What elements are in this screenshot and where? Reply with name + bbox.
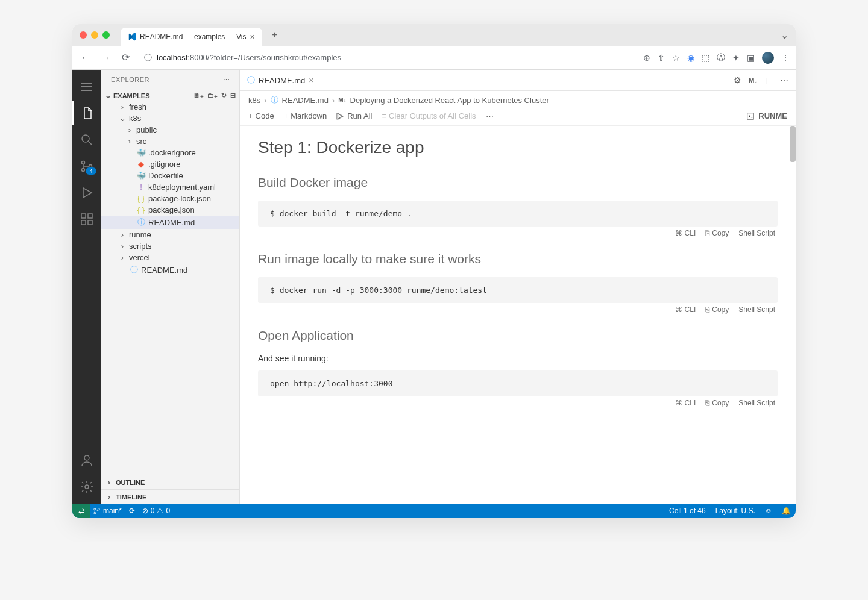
- minimize-window-button[interactable]: [91, 31, 98, 39]
- remote-indicator[interactable]: ⇄: [72, 504, 90, 518]
- folder-section-header[interactable]: ⌄ EXAMPLES 🗎₊ 🗀₊ ↻ ⊟: [101, 90, 239, 101]
- tabs-chevron-icon[interactable]: ⌄: [781, 30, 788, 41]
- breadcrumbs[interactable]: k8s › ⓘ README.md › M↓ Deploying a Docke…: [240, 91, 796, 109]
- file-item[interactable]: ⓘREADME.md: [101, 263, 239, 277]
- tree-item-label: scripts: [129, 242, 152, 251]
- new-tab-button[interactable]: +: [267, 30, 282, 40]
- svg-rect-4: [81, 214, 86, 218]
- bookmark-icon[interactable]: ☆: [672, 53, 680, 63]
- maximize-window-button[interactable]: [102, 31, 110, 39]
- cli-button[interactable]: ⌘ CLI: [675, 229, 696, 237]
- split-editor-icon[interactable]: ◫: [765, 75, 773, 85]
- toolbar-more-icon[interactable]: ⋯: [486, 111, 494, 120]
- code-cell[interactable]: $ docker build -t runme/demo .: [258, 201, 778, 227]
- folder-item[interactable]: ›scripts: [101, 240, 239, 252]
- language-label[interactable]: Shell Script: [738, 305, 775, 314]
- clear-outputs-button[interactable]: ≡ Clear Outputs of All Cells: [382, 111, 476, 120]
- folder-item[interactable]: ⌄k8s: [101, 113, 239, 124]
- run-all-button[interactable]: Run All: [336, 111, 372, 120]
- file-item[interactable]: ⓘREADME.md: [101, 216, 239, 229]
- extension-icon-1[interactable]: ◉: [687, 53, 694, 63]
- git-branch[interactable]: main*: [93, 507, 122, 515]
- language-label[interactable]: Shell Script: [738, 399, 775, 407]
- browser-tab[interactable]: README.md — examples — Vis ×: [121, 28, 262, 46]
- localhost-link[interactable]: http://localhost:3000: [294, 379, 392, 388]
- account-icon[interactable]: [72, 448, 101, 472]
- add-code-button[interactable]: + Code: [248, 111, 274, 120]
- runme-button[interactable]: RUNME: [746, 111, 787, 120]
- close-tab-icon[interactable]: ×: [250, 32, 255, 42]
- copy-button[interactable]: ⎘ Copy: [705, 305, 729, 314]
- add-markdown-button[interactable]: + Markdown: [284, 111, 327, 120]
- search-icon[interactable]: [72, 128, 101, 152]
- language-label[interactable]: Shell Script: [738, 229, 775, 237]
- new-file-icon[interactable]: 🗎₊: [193, 92, 204, 99]
- breadcrumb-part[interactable]: README.md: [282, 96, 329, 105]
- folder-item[interactable]: ›src: [101, 136, 239, 147]
- extensions-menu-icon[interactable]: ✦: [732, 53, 740, 63]
- collapse-all-icon[interactable]: ⊟: [230, 92, 236, 99]
- extension-icon-3[interactable]: Ⓐ: [717, 52, 725, 63]
- forward-button[interactable]: →: [99, 50, 113, 66]
- copy-button[interactable]: ⎘ Copy: [705, 399, 729, 407]
- folder-item[interactable]: ›vercel: [101, 252, 239, 263]
- markdown-badge[interactable]: M↓: [749, 77, 758, 84]
- menu-icon[interactable]: [72, 75, 101, 99]
- extension-icon-2[interactable]: ⬚: [702, 53, 709, 63]
- outline-section[interactable]: › OUTLINE: [101, 475, 239, 489]
- settings-gear-icon[interactable]: [72, 475, 101, 499]
- editor-more-icon[interactable]: ⋯: [780, 75, 788, 85]
- folder-item[interactable]: ›fresh: [101, 101, 239, 113]
- file-item[interactable]: { }package.json: [101, 204, 239, 216]
- code-cell[interactable]: $ docker run -d -p 3000:3000 runme/demo:…: [258, 277, 778, 303]
- file-item[interactable]: ◆.gitignore: [101, 158, 239, 170]
- browser-menu-icon[interactable]: ⋮: [781, 53, 790, 63]
- file-item[interactable]: !k8deployment.yaml: [101, 181, 239, 193]
- problems-indicator[interactable]: ⊘ 0 ⚠ 0: [142, 507, 170, 515]
- close-window-button[interactable]: [80, 31, 87, 39]
- cli-button[interactable]: ⌘ CLI: [675, 399, 696, 407]
- explorer-icon[interactable]: [72, 101, 101, 125]
- feedback-icon[interactable]: ☺: [765, 507, 772, 515]
- keyboard-layout[interactable]: Layout: U.S.: [715, 507, 755, 515]
- code-cell[interactable]: open http://localhost:3000: [258, 370, 778, 396]
- close-editor-tab-icon[interactable]: ×: [309, 75, 313, 85]
- file-item[interactable]: 🐳.dockerignore: [101, 147, 239, 158]
- zoom-icon[interactable]: ⊕: [643, 53, 650, 63]
- sync-button[interactable]: ⟳: [129, 507, 135, 515]
- scrollbar-thumb[interactable]: [790, 126, 796, 162]
- notebook-heading-2: Open Application: [258, 328, 778, 343]
- timeline-section[interactable]: › TIMELINE: [101, 489, 239, 504]
- file-item[interactable]: 🐳Dockerfile: [101, 170, 239, 181]
- extensions-icon[interactable]: [72, 207, 101, 231]
- profile-avatar[interactable]: [762, 52, 774, 64]
- refresh-icon[interactable]: ↻: [221, 92, 227, 99]
- run-debug-icon[interactable]: [72, 181, 101, 205]
- status-bar: ⇄ main* ⟳ ⊘ 0 ⚠ 0 Cell 1 of 46 Layout: U…: [72, 504, 796, 518]
- panel-icon[interactable]: ▣: [747, 53, 755, 63]
- copy-button[interactable]: ⎘ Copy: [705, 229, 729, 237]
- breadcrumb-part[interactable]: k8s: [248, 96, 260, 105]
- vscode-icon: [128, 33, 136, 41]
- back-button[interactable]: ←: [78, 50, 93, 66]
- share-icon[interactable]: ⇧: [658, 53, 665, 63]
- notebook-content[interactable]: Step 1: Dockerize app Build Docker image…: [240, 126, 796, 504]
- notifications-icon[interactable]: 🔔: [782, 507, 791, 515]
- address-bar[interactable]: ⓘ localhost:8000/?folder=/Users/sourishk…: [138, 50, 637, 66]
- source-control-icon[interactable]: [72, 154, 101, 178]
- cli-button[interactable]: ⌘ CLI: [675, 305, 696, 314]
- file-item[interactable]: { }package-lock.json: [101, 193, 239, 204]
- svg-point-11: [94, 508, 96, 510]
- breadcrumb-part[interactable]: Deploying a Dockerized React App to Kube…: [350, 96, 549, 105]
- run-settings-icon[interactable]: ⚙: [734, 75, 741, 85]
- folder-item[interactable]: ›public: [101, 124, 239, 136]
- sidebar-title: EXPLORER: [111, 76, 149, 84]
- cell-position[interactable]: Cell 1 of 46: [669, 507, 706, 515]
- window-controls: [80, 31, 110, 39]
- sidebar-more-icon[interactable]: ⋯: [223, 76, 230, 84]
- new-folder-icon[interactable]: 🗀₊: [207, 92, 218, 99]
- reload-button[interactable]: ⟳: [119, 49, 132, 66]
- folder-item[interactable]: ›runme: [101, 229, 239, 240]
- editor-tab-readme[interactable]: ⓘ README.md ×: [240, 70, 321, 90]
- site-info-icon[interactable]: ⓘ: [144, 52, 152, 63]
